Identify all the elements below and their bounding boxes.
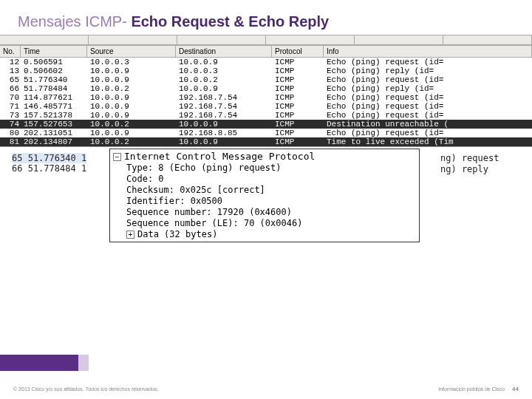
cell-no: 12 xyxy=(0,58,21,66)
cell-source: 10.0.0.2 xyxy=(87,137,176,146)
back-row-2[interactable]: 66 51.778484 1 xyxy=(12,163,86,174)
cell-destination: 192.168.7.54 xyxy=(176,93,272,102)
cell-time: 51.778484 xyxy=(21,84,87,93)
table-row[interactable]: 70114.87762110.0.0.9192.168.7.54ICMPEcho… xyxy=(0,93,532,102)
cell-info: Echo (ping) request (id= xyxy=(324,93,532,102)
col-source[interactable]: Source xyxy=(87,46,176,57)
col-protocol[interactable]: Protocol xyxy=(272,46,324,57)
col-info[interactable]: Info xyxy=(324,46,532,57)
cell-destination: 10.0.0.9 xyxy=(176,120,272,129)
cell-info: Echo (ping) reply (id= xyxy=(324,84,532,93)
col-time[interactable]: Time xyxy=(21,46,87,57)
table-row[interactable]: 74157.52765310.0.0.210.0.0.9ICMPDestinat… xyxy=(0,120,532,129)
highlighted-rows: 65 51.776340 1 66 51.778484 1 ng) reques… xyxy=(12,153,86,174)
cell-info: Destination unreachable ( xyxy=(324,120,532,129)
cell-time: 202.131051 xyxy=(21,129,87,137)
cell-no: 81 xyxy=(0,137,21,146)
cell-protocol: ICMP xyxy=(272,66,324,75)
packet-detail-box: −Internet Control Message Protocol Type:… xyxy=(109,149,420,242)
detail-type: Type: 8 (Echo (ping) request) xyxy=(126,163,416,174)
cell-protocol: ICMP xyxy=(272,137,324,146)
cell-source: 10.0.0.9 xyxy=(87,111,176,120)
cell-destination: 10.0.0.2 xyxy=(176,75,272,84)
accent-ribbon xyxy=(0,355,89,371)
title-prefix: Mensajes ICMP- xyxy=(18,13,131,30)
packet-table: No. Time Source Destination Protocol Inf… xyxy=(0,45,532,147)
cell-protocol: ICMP xyxy=(272,93,324,102)
cell-info: Echo (ping) request (id= xyxy=(324,111,532,120)
cell-protocol: ICMP xyxy=(272,120,324,129)
cell-info: Echo (ping) request (id= xyxy=(324,75,532,84)
cell-protocol: ICMP xyxy=(272,75,324,84)
cell-protocol: ICMP xyxy=(272,102,324,111)
cell-source: 10.0.0.2 xyxy=(87,120,176,129)
cell-source: 10.0.0.9 xyxy=(87,129,176,137)
cell-source: 10.0.0.2 xyxy=(87,84,176,93)
table-row[interactable]: 130.50660210.0.0.910.0.0.3ICMPEcho (ping… xyxy=(0,66,532,75)
detail-data: Data (32 bytes) xyxy=(137,229,217,239)
cell-destination: 10.0.0.3 xyxy=(176,66,272,75)
copyright: © 2013 Cisco y/o sus afiliados. Todos lo… xyxy=(13,386,158,392)
detail-seq: Sequence number: 17920 (0x4600) xyxy=(126,207,416,218)
page-number: 44 xyxy=(512,386,519,392)
cell-info: Echo (ping) request (id= xyxy=(324,102,532,111)
expand-icon[interactable]: + xyxy=(126,231,134,239)
cell-destination: 10.0.0.9 xyxy=(176,84,272,93)
cell-time: 157.527653 xyxy=(21,120,87,129)
cell-no: 74 xyxy=(0,120,21,129)
cell-time: 146.485771 xyxy=(21,102,87,111)
table-row[interactable]: 71146.48577110.0.0.9192.168.7.54ICMPEcho… xyxy=(0,102,532,111)
cell-destination: 192.168.8.85 xyxy=(176,129,272,137)
cell-time: 202.134807 xyxy=(21,137,87,146)
table-row[interactable]: 80202.13105110.0.0.9192.168.8.85ICMPEcho… xyxy=(0,129,532,137)
col-no[interactable]: No. xyxy=(0,46,21,57)
cell-source: 10.0.0.9 xyxy=(87,66,176,75)
table-row[interactable]: 73157.52137810.0.0.9192.168.7.54ICMPEcho… xyxy=(0,111,532,120)
cell-no: 66 xyxy=(0,84,21,93)
cell-time: 0.506591 xyxy=(21,58,87,66)
table-row[interactable]: 6651.77848410.0.0.210.0.0.9ICMPEcho (pin… xyxy=(0,84,532,93)
footer-right: Información pública de Cisco xyxy=(438,386,505,392)
filter-bar xyxy=(0,35,532,45)
cell-info: Time to live exceeded (Tim xyxy=(324,137,532,146)
table-row[interactable]: 6551.77634010.0.0.910.0.0.2ICMPEcho (pin… xyxy=(0,75,532,84)
cell-time: 157.521378 xyxy=(21,111,87,120)
cell-no: 65 xyxy=(0,75,21,84)
cell-protocol: ICMP xyxy=(272,111,324,120)
cell-info: Echo (ping) reply (id= xyxy=(324,66,532,75)
detail-seq-le: Sequence number (LE): 70 (0x0046) xyxy=(126,218,416,229)
cell-no: 13 xyxy=(0,66,21,75)
table-body: 120.50659110.0.0.310.0.0.9ICMPEcho (ping… xyxy=(0,58,532,146)
detail-checksum: Checksum: 0x025c [correct] xyxy=(126,185,416,196)
cell-info: Echo (ping) request (id= xyxy=(324,129,532,137)
back-row-1[interactable]: 65 51.776340 1 xyxy=(12,153,86,163)
col-destination[interactable]: Destination xyxy=(176,46,272,57)
cell-no: 80 xyxy=(0,129,21,137)
cell-source: 10.0.0.9 xyxy=(87,75,176,84)
title-main: Echo Request & Echo Reply xyxy=(131,13,329,30)
cell-info: Echo (ping) request (id= xyxy=(324,58,532,66)
footer: © 2013 Cisco y/o sus afiliados. Todos lo… xyxy=(0,378,532,399)
cell-source: 10.0.0.3 xyxy=(87,58,176,66)
cell-destination: 192.168.7.54 xyxy=(176,111,272,120)
cell-destination: 10.0.0.9 xyxy=(176,137,272,146)
collapse-icon[interactable]: − xyxy=(113,153,121,161)
cell-time: 114.877621 xyxy=(21,93,87,102)
cell-no: 70 xyxy=(0,93,21,102)
cell-source: 10.0.0.9 xyxy=(87,102,176,111)
detail-code: Code: 0 xyxy=(126,174,416,185)
cell-source: 10.0.0.9 xyxy=(87,93,176,102)
cell-destination: 192.168.7.54 xyxy=(176,102,272,111)
cell-no: 73 xyxy=(0,111,21,120)
cell-time: 0.506602 xyxy=(21,66,87,75)
table-row[interactable]: 81202.13480710.0.0.210.0.0.9ICMPTime to … xyxy=(0,137,532,146)
detail-identifier: Identifier: 0x0500 xyxy=(126,196,416,207)
detail-area: 65 51.776340 1 66 51.778484 1 ng) reques… xyxy=(0,149,532,259)
table-row[interactable]: 120.50659110.0.0.310.0.0.9ICMPEcho (ping… xyxy=(0,58,532,66)
cell-protocol: ICMP xyxy=(272,84,324,93)
side-text-2: ng) reply xyxy=(440,164,488,174)
slide-title: Mensajes ICMP- Echo Request & Echo Reply xyxy=(0,0,532,35)
side-text-1: ng) request xyxy=(440,153,499,163)
cell-no: 71 xyxy=(0,102,21,111)
cell-destination: 10.0.0.9 xyxy=(176,58,272,66)
